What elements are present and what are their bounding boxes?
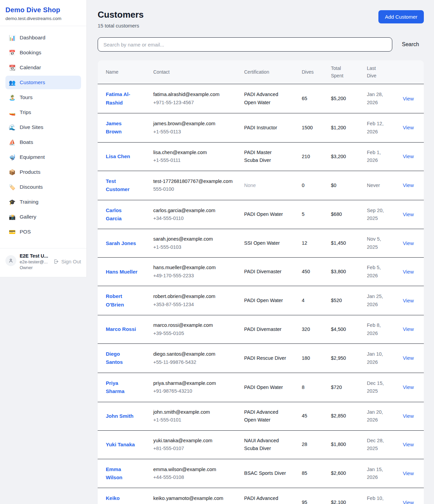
customer-dives: 95	[302, 500, 307, 504]
sign-out-button[interactable]: Sign Out	[53, 259, 81, 264]
customer-name-link[interactable]: Robert O'Brien	[106, 292, 138, 309]
sidebar-item-dashboard[interactable]: 📊 Dashboard	[5, 31, 81, 44]
sidebar-item-equipment[interactable]: 🤿 Equipment	[5, 150, 81, 164]
customer-phone: +1-555-0113	[153, 128, 233, 136]
gallery-icon: 📸	[9, 214, 16, 220]
customer-last-dive: Sep 20, 2025	[367, 208, 384, 221]
customer-name-link[interactable]: Test Customer	[106, 177, 138, 194]
customer-certification: None	[244, 182, 256, 189]
table-row: Priya Sharma priya.sharma@example.com +9…	[98, 373, 424, 402]
customer-dives: 320	[302, 326, 310, 332]
column-header: Total Spent	[326, 60, 361, 84]
customer-name-link[interactable]: Sarah Jones	[106, 239, 136, 247]
column-header: Contact	[148, 60, 239, 84]
customer-email: keiko.yamamoto@example.com	[153, 494, 233, 502]
view-customer-link[interactable]: View	[403, 211, 414, 217]
view-customer-link[interactable]: View	[403, 470, 414, 476]
customer-certification: PADI Master Scuba Diver	[244, 149, 287, 165]
shop-domain: demo.test.divestreams.com	[5, 16, 81, 21]
trips-icon: 🚤	[9, 109, 16, 116]
sidebar-item-bookings[interactable]: 📅 Bookings	[5, 46, 81, 59]
customer-name-link[interactable]: Keiko Yamamoto	[106, 494, 138, 504]
customer-total-spent: $2,850	[331, 413, 346, 418]
column-header: Dives	[296, 60, 326, 84]
customer-name-link[interactable]: Lisa Chen	[106, 152, 130, 161]
sidebar-item-customers[interactable]: 👥 Customers	[5, 76, 81, 89]
sidebar-nav: 📊 Dashboard 📅 Bookings 📆 Calendar 👥 Cust…	[0, 26, 86, 243]
customer-name-link[interactable]: Marco Rossi	[106, 325, 136, 333]
customer-phone: +49-170-555-2233	[153, 272, 233, 280]
customer-last-dive: Dec 28, 2025	[367, 438, 384, 451]
customer-certification: PADI Open Water	[244, 210, 283, 218]
view-customer-link[interactable]: View	[403, 269, 414, 275]
customers-icon: 👥	[9, 79, 16, 86]
view-customer-link[interactable]: View	[403, 125, 414, 130]
customer-name-link[interactable]: Carlos Garcia	[106, 206, 138, 223]
sign-out-label: Sign Out	[61, 259, 81, 264]
view-customer-link[interactable]: View	[403, 355, 414, 361]
customer-name-link[interactable]: Emma Wilson	[106, 465, 138, 482]
customer-name-link[interactable]: John Smith	[106, 412, 134, 420]
table-row: Test Customer test-1772681807767@example…	[98, 171, 424, 200]
sidebar-item-dive-sites[interactable]: 🌊 Dive Sites	[5, 120, 81, 134]
sidebar-item-discounts[interactable]: 🏷️ Discounts	[5, 180, 81, 194]
table-row: Emma Wilson emma.wilson@example.com +44-…	[98, 459, 424, 488]
page-header-text: Customers 15 total customers	[98, 10, 144, 29]
customer-name-link[interactable]: Priya Sharma	[106, 379, 138, 396]
customer-certification: BSAC Sports Diver	[244, 469, 286, 477]
sidebar-item-products[interactable]: 📦 Products	[5, 165, 81, 179]
view-customer-link[interactable]: View	[403, 96, 414, 101]
customer-name-link[interactable]: Yuki Tanaka	[106, 441, 135, 449]
table-row: Yuki Tanaka yuki.tanaka@example.com +81-…	[98, 430, 424, 459]
customer-phone: +91-98765-43210	[153, 387, 233, 395]
search-input[interactable]	[98, 37, 392, 52]
view-customer-link[interactable]: View	[403, 240, 414, 246]
customer-certification: PADI Advanced Open Water	[244, 494, 287, 504]
customer-name-link[interactable]: Diego Santos	[106, 350, 138, 367]
bookings-icon: 📅	[9, 50, 16, 56]
customer-email: diego.santos@example.com	[153, 350, 233, 358]
view-customer-link[interactable]: View	[403, 500, 414, 504]
sidebar-item-gallery[interactable]: 📸 Gallery	[5, 210, 81, 224]
view-customer-link[interactable]: View	[403, 182, 414, 188]
sidebar-item-pos[interactable]: 💳 POS	[5, 225, 81, 239]
dashboard-icon: 📊	[9, 35, 16, 41]
view-customer-link[interactable]: View	[403, 442, 414, 447]
view-customer-link[interactable]: View	[403, 153, 414, 159]
table-row: Marco Rossi marco.rossi@example.com +39-…	[98, 315, 424, 344]
customer-total-spent: $2,950	[331, 355, 346, 361]
customer-dives: 12	[302, 240, 307, 246]
customer-dives: 0	[302, 183, 304, 188]
table-row: Hans Mueller hans.mueller@example.com +4…	[98, 258, 424, 286]
customer-certification: PADI Divemaster	[244, 268, 281, 276]
sidebar-item-tours[interactable]: 🏝️ Tours	[5, 91, 81, 104]
user-name: E2E Test U...	[20, 253, 50, 259]
sidebar-item-training[interactable]: 🎓 Training	[5, 195, 81, 209]
customer-email: james.brown@example.com	[153, 120, 233, 128]
sidebar-item-calendar[interactable]: 📆 Calendar	[5, 61, 81, 74]
customers-table: NameContactCertificationDivesTotal Spent…	[98, 60, 424, 504]
customer-total-spent: $3,200	[331, 154, 346, 159]
customer-dives: 45	[302, 413, 307, 418]
products-icon: 📦	[9, 169, 16, 175]
pos-icon: 💳	[9, 229, 16, 235]
view-customer-link[interactable]: View	[403, 384, 414, 390]
customer-certification: SSI Open Water	[244, 239, 280, 247]
customer-name-link[interactable]: Hans Mueller	[106, 268, 137, 276]
view-customer-link[interactable]: View	[403, 326, 414, 332]
customer-email: marco.rossi@example.com	[153, 321, 233, 329]
sidebar-item-trips[interactable]: 🚤 Trips	[5, 106, 81, 119]
customer-name-link[interactable]: James Brown	[106, 119, 138, 136]
view-customer-link[interactable]: View	[403, 298, 414, 303]
customer-dives: 28	[302, 442, 307, 447]
search-button[interactable]: Search	[402, 41, 419, 48]
customer-total-spent: $2,600	[331, 470, 346, 476]
customer-last-dive: Jan 28, 2026	[367, 92, 383, 105]
customer-email: lisa.chen@example.com	[153, 149, 233, 156]
sidebar-item-boats[interactable]: ⛵ Boats	[5, 135, 81, 149]
customer-total-spent: $1,450	[331, 240, 346, 246]
view-customer-link[interactable]: View	[403, 413, 414, 419]
add-customer-button[interactable]: Add Customer	[378, 10, 424, 23]
customer-name-link[interactable]: Fatima Al-Rashid	[106, 90, 138, 107]
column-header: Name	[98, 60, 148, 84]
